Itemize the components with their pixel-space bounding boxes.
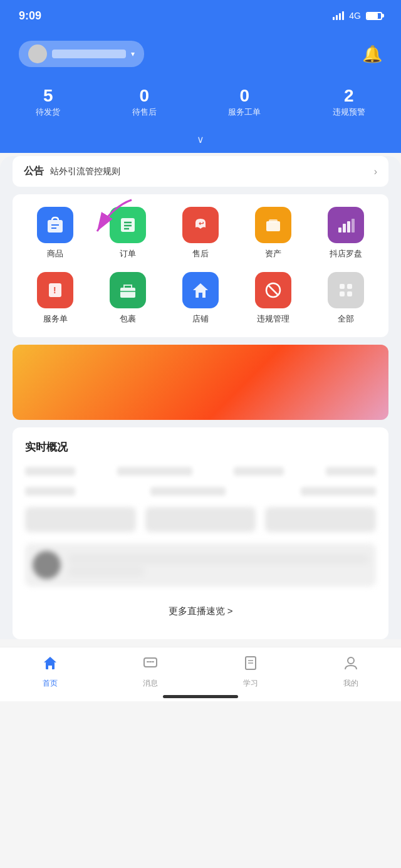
blur-card-3 (265, 507, 376, 532)
assets-label: 资产 (265, 248, 281, 259)
mine-nav-icon (343, 655, 359, 676)
announcement-tag: 公告 (24, 165, 44, 178)
store-icon (182, 272, 219, 308)
stat-service-order[interactable]: 0 服务工单 (228, 86, 261, 118)
svg-line-24 (269, 286, 278, 295)
stat-label-violation: 违规预警 (333, 107, 365, 117)
svg-rect-10 (269, 219, 278, 222)
bell-icon[interactable]: 🔔 (362, 44, 382, 64)
violation-mgmt-icon (255, 272, 291, 308)
svg-rect-11 (338, 227, 341, 233)
expand-arrow[interactable]: ∨ (0, 133, 401, 153)
violation-mgmt-label: 违规管理 (257, 313, 289, 325)
blur-line-2 (68, 567, 143, 576)
store-label: 店铺 (192, 313, 209, 325)
blur-banner (25, 543, 376, 587)
stat-pending-ship[interactable]: 5 待发货 (36, 86, 60, 118)
compass-label: 抖店罗盘 (330, 248, 362, 259)
svg-rect-28 (347, 291, 352, 296)
product-label: 商品 (47, 248, 63, 259)
message-nav-icon (142, 655, 159, 676)
stat-label-pending-ship: 待发货 (36, 107, 60, 117)
assets-icon (255, 207, 291, 243)
blur-row-3 (25, 507, 376, 532)
signal-label: 4G (349, 11, 361, 21)
status-bar: 9:09 4G (0, 0, 401, 31)
menu-item-all[interactable]: 全部 (315, 272, 377, 325)
shop-avatar (28, 44, 47, 63)
stat-violation-warning[interactable]: 2 违规预警 (333, 86, 365, 118)
banner-section[interactable] (13, 345, 388, 420)
message-nav-label: 消息 (143, 678, 158, 689)
nav-item-message[interactable]: 消息 (119, 655, 182, 689)
svg-rect-14 (352, 219, 355, 233)
blur-line-1 (68, 555, 368, 563)
nav-item-mine[interactable]: 我的 (320, 655, 382, 689)
chevron-down-icon: ∨ (197, 134, 204, 145)
menu-item-violation-mgmt[interactable]: 违规管理 (242, 272, 305, 325)
svg-rect-26 (347, 284, 352, 289)
mine-nav-label: 我的 (343, 678, 358, 689)
aftersale-icon: ↩ (182, 207, 219, 243)
blur-card-1 (25, 507, 136, 532)
svg-rect-21 (199, 293, 202, 298)
menu-item-service-order[interactable]: ! 服务单 (24, 272, 86, 325)
blur-avatar (33, 551, 61, 579)
home-nav-label: 首页 (43, 678, 58, 689)
blur-data-1 (25, 467, 75, 476)
menu-item-order[interactable]: 订单 (96, 207, 159, 259)
learn-nav-icon (242, 655, 259, 676)
svg-rect-31 (48, 666, 52, 669)
menu-item-product[interactable]: 商品 (24, 207, 86, 259)
blur-data-7 (301, 487, 376, 496)
menu-item-assets[interactable]: 资产 (242, 207, 305, 259)
svg-rect-25 (340, 284, 345, 289)
stat-num-violation: 2 (333, 86, 365, 106)
menu-item-store[interactable]: 店铺 (169, 272, 232, 325)
order-label: 订单 (120, 248, 136, 259)
blur-data-3 (234, 467, 284, 476)
menu-item-compass[interactable]: 抖店罗盘 (315, 207, 377, 259)
battery-icon (366, 12, 382, 20)
nav-item-home[interactable]: 首页 (19, 655, 81, 689)
blur-data-2 (117, 467, 192, 476)
svg-rect-12 (343, 224, 346, 233)
blur-row-2 (25, 487, 376, 496)
svg-text:!: ! (53, 285, 56, 295)
stats-bar: 5 待发货 0 待售后 0 服务工单 2 违规预警 (0, 80, 401, 133)
stat-num-pending-aftersale: 0 (132, 86, 157, 106)
learn-nav-label: 学习 (243, 678, 258, 689)
blur-text-lines (68, 555, 368, 576)
announcement-bar[interactable]: 公告 站外引流管控规则 › (13, 156, 388, 187)
menu-row-2: ! 服务单 包裹 (19, 272, 382, 325)
svg-rect-17 (120, 288, 135, 298)
stat-num-service-order: 0 (228, 86, 261, 106)
stat-label-pending-aftersale: 待售后 (132, 107, 157, 117)
signal-icon (333, 11, 344, 20)
more-live-text: 更多直播速览 (169, 605, 225, 616)
blur-data-6 (150, 487, 226, 496)
all-icon (328, 272, 364, 308)
menu-row-1: 商品 订单 ↩ (19, 207, 382, 259)
compass-icon (328, 207, 364, 243)
order-icon (110, 207, 146, 243)
product-icon (37, 207, 73, 243)
nav-item-learn[interactable]: 学习 (219, 655, 282, 689)
aftersale-label: 售后 (192, 248, 209, 259)
stat-pending-aftersale[interactable]: 0 待售后 (132, 86, 157, 118)
blur-data-4 (326, 467, 376, 476)
svg-rect-9 (266, 221, 280, 231)
announcement-arrow-icon: › (374, 166, 377, 177)
service-order-icon: ! (37, 272, 73, 308)
header: ▾ 🔔 (0, 31, 401, 80)
home-indicator (163, 695, 238, 698)
menu-item-parcel[interactable]: 包裹 (96, 272, 159, 325)
more-live-button[interactable]: 更多直播速览 > (25, 596, 376, 627)
shop-selector[interactable]: ▾ (19, 41, 144, 67)
blur-card-2 (145, 507, 256, 532)
stat-label-service-order: 服务工单 (228, 107, 261, 117)
menu-item-aftersale[interactable]: ↩ 售后 (169, 207, 232, 259)
blur-data-5 (25, 487, 75, 496)
menu-grid: 商品 订单 ↩ (13, 194, 388, 337)
status-time: 9:09 (19, 9, 41, 23)
